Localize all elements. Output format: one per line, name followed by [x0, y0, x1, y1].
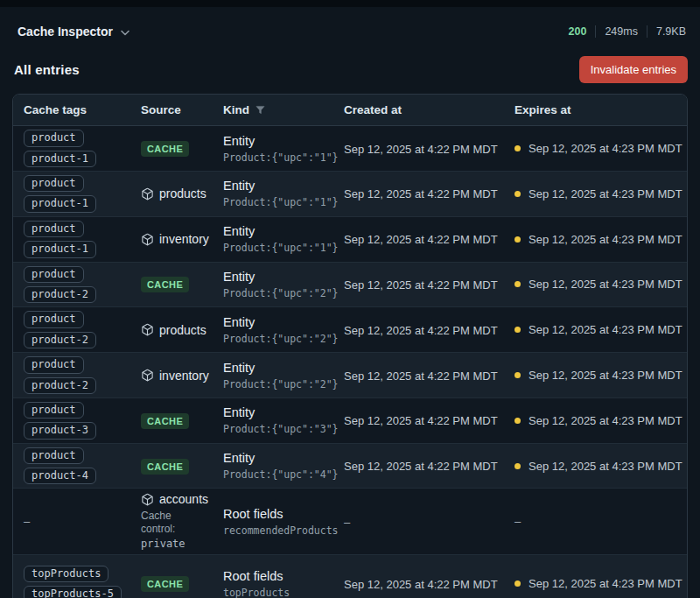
cache-tag-pill: product-1 — [24, 241, 96, 257]
expiry-dot — [514, 580, 521, 587]
kind-detail: Product:{"upc":"1"} — [223, 196, 323, 208]
table-row[interactable]: productproduct-2 products EntityProduct:… — [13, 306, 687, 352]
cell-kind: Root fieldstopProducts — [213, 566, 333, 598]
empty-placeholder: – — [24, 515, 30, 528]
source-service: accounts — [141, 492, 202, 506]
kind-label: Entity — [223, 405, 323, 419]
expiry-dot — [514, 463, 521, 469]
created-at-value: Sep 12, 2025 at 4:22 PM MDT — [344, 187, 498, 201]
source-name: accounts — [159, 492, 208, 506]
cell-source: CACHE — [130, 409, 213, 433]
cache-tag-pill: product-2 — [24, 332, 96, 348]
cache-tag-pill: topProducts-5 — [24, 586, 122, 598]
cache-tag-pill: product — [24, 311, 84, 327]
expires-at-value: Sep 12, 2025 at 4:23 PM MDT — [528, 414, 682, 427]
cache-entries-table: Cache tags Source Kind Created at Expire… — [12, 94, 688, 598]
cell-kind: EntityProduct:{"upc":"3"} — [213, 402, 333, 439]
expires-at-value: Sep 12, 2025 at 4:23 PM MDT — [528, 233, 682, 246]
panel-title: Cache Inspector — [18, 25, 113, 39]
expires-at-value: Sep 12, 2025 at 4:23 PM MDT — [528, 577, 682, 590]
filter-icon[interactable] — [256, 105, 265, 115]
cache-badge: CACHE — [141, 459, 189, 475]
kind-label: Entity — [223, 179, 323, 193]
cache-tag-pill: product-4 — [24, 468, 96, 484]
response-size: 7.9KB — [656, 25, 686, 38]
column-header-source: Source — [130, 103, 213, 116]
created-at-value: Sep 12, 2025 at 4:22 PM MDT — [344, 278, 498, 292]
kind-detail: Product:{"upc":"4"} — [223, 468, 323, 481]
cell-kind: EntityProduct:{"upc":"1"} — [213, 221, 333, 257]
created-at-value: Sep 12, 2025 at 4:22 PM MDT — [344, 460, 498, 473]
request-duration: 249ms — [605, 25, 638, 38]
cell-expires-at: Sep 12, 2025 at 4:23 PM MDT — [504, 184, 688, 204]
table-row[interactable]: productproduct-1 inventory EntityProduct… — [13, 216, 687, 262]
cache-tag-pill: product — [24, 221, 84, 237]
cache-tag-pill: product — [24, 402, 84, 419]
cache-tag-pill: product-2 — [24, 377, 96, 394]
kind-detail: Product:{"upc":"1"} — [223, 242, 323, 254]
empty-placeholder: – — [514, 515, 521, 528]
cell-kind: EntityProduct:{"upc":"1"} — [213, 130, 333, 167]
column-header-cache-tags: Cache tags — [13, 103, 130, 116]
kind-label: Entity — [223, 134, 323, 148]
kind-detail: topProducts — [223, 587, 323, 598]
expires-at-value: Sep 12, 2025 at 4:23 PM MDT — [528, 278, 682, 291]
topbar: Cache Inspector 200 249ms 7.9KB — [0, 7, 700, 42]
cell-source: inventory — [130, 229, 213, 250]
cell-created-at: Sep 12, 2025 at 4:22 PM MDT — [333, 454, 504, 477]
cell-created-at: Sep 12, 2025 at 4:22 PM MDT — [333, 182, 504, 205]
created-at-value: Sep 12, 2025 at 4:22 PM MDT — [344, 369, 498, 383]
table-row[interactable]: productproduct-2 inventory EntityProduct… — [13, 352, 687, 397]
box-icon — [141, 323, 154, 336]
cell-created-at: Sep 12, 2025 at 4:22 PM MDT — [333, 137, 504, 160]
created-at-value: Sep 12, 2025 at 4:22 PM MDT — [344, 324, 498, 337]
cell-expires-at: Sep 12, 2025 at 4:23 PM MDT — [504, 573, 688, 594]
empty-placeholder: – — [344, 516, 350, 529]
table-row[interactable]: productproduct-4 CACHE EntityProduct:{"u… — [13, 443, 687, 489]
table-body: productproduct-1 CACHE EntityProduct:{"u… — [13, 126, 687, 598]
status-code: 200 — [569, 25, 587, 38]
source-service: products — [141, 186, 202, 201]
expiry-dot — [514, 372, 521, 378]
kind-detail: Product:{"upc":"1"} — [223, 151, 323, 164]
cell-cache-tags: productproduct-1 — [13, 126, 130, 171]
kind-label: Root fields — [223, 569, 323, 583]
cache-badge: CACHE — [141, 141, 189, 157]
source-service: inventory — [141, 232, 202, 246]
created-at-value: Sep 12, 2025 at 4:22 PM MDT — [344, 143, 498, 156]
created-at-value: Sep 12, 2025 at 4:22 PM MDT — [344, 233, 498, 246]
table-row[interactable]: – accountsCache control:private Root fie… — [13, 488, 687, 554]
cell-expires-at: Sep 12, 2025 at 4:23 PM MDT — [504, 274, 688, 294]
table-row[interactable]: topProductstopProducts-5 CACHE Root fiel… — [13, 554, 687, 598]
table-row[interactable]: productproduct-1 CACHE EntityProduct:{"u… — [13, 126, 687, 171]
cell-source: CACHE — [130, 572, 213, 595]
cache-tag-pill: product — [24, 175, 84, 192]
panel-title-dropdown[interactable]: Cache Inspector — [18, 25, 130, 39]
cell-expires-at: Sep 12, 2025 at 4:23 PM MDT — [504, 365, 688, 385]
expiry-dot — [514, 281, 521, 287]
kind-label: Entity — [223, 315, 323, 329]
table-row[interactable]: productproduct-1 products EntityProduct:… — [13, 171, 687, 216]
chevron-down-icon — [121, 30, 130, 36]
kind-detail: Product:{"upc":"2"} — [223, 333, 323, 345]
expires-at-value: Sep 12, 2025 at 4:23 PM MDT — [528, 323, 682, 336]
cache-tag-pill: product — [24, 447, 84, 464]
table-row[interactable]: productproduct-3 CACHE EntityProduct:{"u… — [13, 397, 687, 443]
request-stats: 200 249ms 7.9KB — [569, 25, 686, 38]
box-icon — [141, 233, 154, 246]
cache-badge: CACHE — [141, 277, 189, 292]
kind-detail: Product:{"upc":"2"} — [223, 287, 323, 299]
kind-detail: Product:{"upc":"3"} — [223, 423, 323, 435]
cell-kind: EntityProduct:{"upc":"2"} — [213, 266, 333, 303]
cell-cache-tags: productproduct-4 — [13, 444, 130, 489]
source-service: inventory — [141, 369, 202, 383]
kind-label: Entity — [223, 361, 323, 375]
invalidate-entries-button[interactable]: Invalidate entries — [579, 56, 688, 83]
cell-expires-at: Sep 12, 2025 at 4:23 PM MDT — [504, 320, 688, 340]
created-at-value: Sep 12, 2025 at 4:22 PM MDT — [344, 414, 498, 427]
cell-kind: EntityProduct:{"upc":"1"} — [213, 175, 333, 212]
cell-cache-tags: productproduct-3 — [13, 398, 130, 443]
cell-expires-at: Sep 12, 2025 at 4:23 PM MDT — [504, 411, 688, 431]
cell-expires-at: – — [504, 511, 687, 531]
table-row[interactable]: productproduct-2 CACHE EntityProduct:{"u… — [13, 262, 687, 307]
